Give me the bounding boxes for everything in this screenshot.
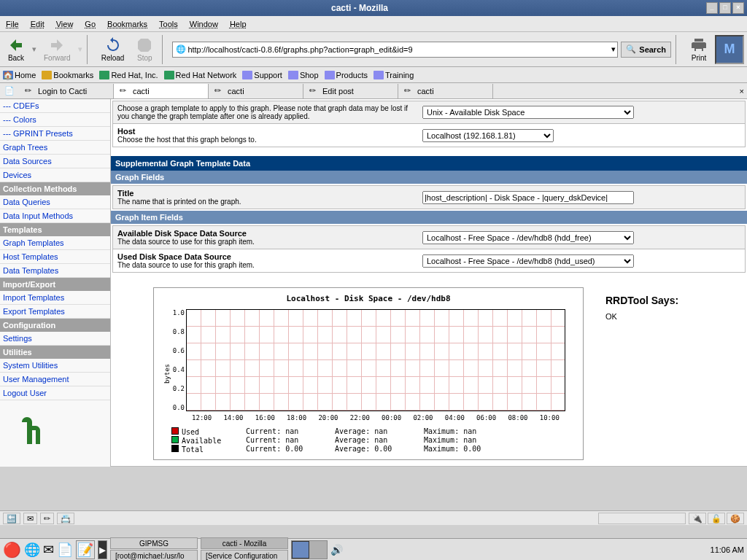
tab-cacti-1[interactable]: ✏cacti [114,84,209,98]
dropdown-icon[interactable]: ▾ [611,44,616,54]
training-bookmark[interactable]: Training [374,71,414,79]
products-bookmark[interactable]: Products [325,71,368,79]
status-security-icon[interactable]: 🔓 [708,513,725,524]
sidebar-item-exporttemplates[interactable]: Export Templates [0,305,110,319]
reload-button[interactable]: Reload [97,35,129,63]
url-bar[interactable]: 🌐 ▾ [172,42,618,58]
status-nav-icon[interactable]: 🔙 [3,513,20,524]
sidebar-item-settings[interactable]: Settings [0,332,110,346]
back-icon [7,36,25,54]
clock[interactable]: 11:06 AM [711,545,744,554]
status-cookie-icon[interactable]: 🍪 [727,513,744,524]
tab-editpost[interactable]: ✏Edit post [303,84,398,98]
avail-select[interactable]: Localhost - Free Space - /dev/hdb8 (hdd_… [422,231,634,244]
status-addressbook-icon[interactable]: 📇 [57,513,74,524]
folder-icon [325,71,335,79]
status-mail-icon[interactable]: ✉ [23,513,37,524]
forward-button[interactable]: Forward [39,35,75,63]
support-bookmark[interactable]: Support [242,71,282,79]
folder-icon [374,71,384,79]
start-button[interactable]: 🔴 [3,541,21,559]
status-compose-icon[interactable]: ✏ [40,513,54,524]
template-note: Choose a graph template to apply to this… [117,104,415,120]
window-titlebar: cacti - Mozilla _ □ × [0,0,747,16]
dropdown-icon[interactable]: ▾ [78,44,82,54]
status-plugin-icon[interactable]: 🔌 [689,513,706,524]
task-root[interactable]: [root@michael:/usr/lo [110,550,198,560]
sidebar-item-colors[interactable]: --- Colors [0,113,110,127]
tab-login[interactable]: ✏Login to Cacti [19,84,114,98]
menu-edit[interactable]: Edit [31,20,44,28]
tab-cacti-3[interactable]: ✏cacti [398,84,493,98]
title-desc: The name that is printed on the graph. [117,198,415,206]
sidebar-item-datainput[interactable]: Data Input Methods [0,209,110,223]
sidebar-item-dataqueries[interactable]: Data Queries [0,195,110,209]
bookmarks-bookmark[interactable]: Bookmarks [42,71,93,79]
shop-bookmark[interactable]: Shop [288,71,319,79]
used-select[interactable]: Localhost - Free Space - /dev/hdb8 (hdd_… [422,254,634,268]
title-input[interactable] [422,191,634,204]
task-gipmsg[interactable]: GIPMSG [110,537,198,549]
app-mail-icon[interactable]: ✉ [43,542,54,558]
menu-go[interactable]: Go [85,20,96,28]
task-service[interactable]: [Service Configuration [201,550,288,560]
sidebar-item-usermgmt[interactable]: User Management [0,373,110,386]
statusbar: 🔙 ✉ ✏ 📇 🔌 🔓 🍪 [0,510,747,525]
app-terminal-icon[interactable]: ▸ [98,540,107,559]
app-globe-icon[interactable]: 🌐 [24,542,40,558]
menu-tools[interactable]: Tools [159,20,178,28]
menu-help[interactable]: Help [230,20,247,28]
maximize-button[interactable]: □ [719,2,731,14]
menu-view[interactable]: View [56,20,74,28]
close-tab-icon[interactable]: × [737,85,747,97]
new-tab-button[interactable]: 📄 [0,85,19,97]
sidebar-item-cdefs[interactable]: --- CDEFs [0,99,110,113]
workspace-switcher[interactable] [291,540,328,559]
content-area: --- CDEFs --- Colors --- GPRINT Presets … [0,99,747,467]
graph-box: Localhost - Disk Space - /dev/hdb8 bytes… [153,287,584,460]
print-button[interactable]: Print [686,35,712,63]
menu-window[interactable]: Window [190,20,218,28]
sidebar-item-importtemplates[interactable]: Import Templates [0,291,110,305]
sidebar-item-sysutilities[interactable]: System Utilities [0,359,110,373]
pencil-icon: ✏ [25,86,35,96]
sidebar-item-gprint[interactable]: --- GPRINT Presets [0,127,110,141]
sidebar-item-graphtrees[interactable]: Graph Trees [0,141,110,155]
app-editor-icon[interactable]: 📝 [76,540,95,559]
close-button[interactable]: × [732,2,744,14]
taskbar: 🔴 🌐 ✉ 📄 📝 ▸ GIPMSG [root@michael:/usr/lo… [0,538,747,560]
tag-icon [164,71,174,79]
stop-button[interactable]: Stop [131,35,158,63]
tab-cacti-2[interactable]: ✏cacti [209,84,303,98]
task-cacti[interactable]: cacti - Mozilla [201,537,288,549]
menubar: File Edit View Go Bookmarks Tools Window… [0,16,747,32]
folder-icon [242,71,252,79]
section-graphitemfields: Graph Item Fields [111,211,747,224]
sidebar-item-logout[interactable]: Logout User [0,386,110,400]
volume-icon[interactable]: 🔊 [330,544,343,556]
url-input[interactable] [187,45,611,54]
host-select[interactable]: Localhost (192.168.1.81) [422,129,554,142]
main-panel: Choose a graph template to apply to this… [111,99,747,467]
menu-bookmarks[interactable]: Bookmarks [107,20,147,28]
template-select[interactable]: Unix - Available Disk Space [422,106,634,119]
redhat-bookmark[interactable]: Red Hat, Inc. [99,71,158,79]
search-button[interactable]: 🔍 Search [621,42,671,58]
pencil-icon: ✏ [309,86,320,96]
sidebar-item-datasources[interactable]: Data Sources [0,155,110,168]
pencil-icon: ✏ [404,86,414,96]
mozilla-throbber[interactable]: M [715,35,744,64]
back-button[interactable]: Back [3,35,29,63]
sidebar-item-hosttemplates[interactable]: Host Templates [0,250,110,264]
sidebar-item-devices[interactable]: Devices [0,168,110,182]
rhn-bookmark[interactable]: Red Hat Network [164,71,237,79]
sidebar-item-datatemplates[interactable]: Data Templates [0,264,110,278]
dropdown-icon[interactable]: ▾ [32,44,36,54]
menu-file[interactable]: File [6,20,19,28]
graph-plot [186,309,565,411]
minimize-button[interactable]: _ [706,2,718,14]
title-label: Title [117,189,415,198]
home-bookmark[interactable]: 🏠Home [3,71,36,79]
app-office-icon[interactable]: 📄 [57,542,73,558]
sidebar-item-graphtemplates[interactable]: Graph Templates [0,236,110,250]
